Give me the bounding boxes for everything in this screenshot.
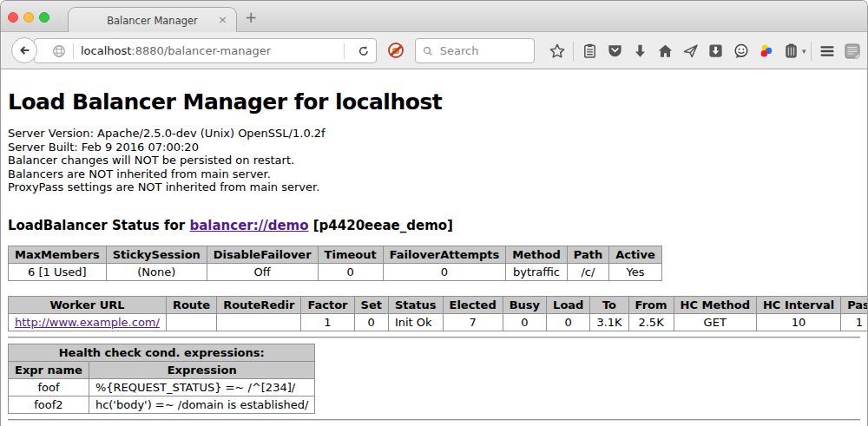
reload-button[interactable] <box>353 41 374 62</box>
table-cell: 3.1K <box>590 313 628 331</box>
navigation-toolbar: localhost:8880/balancer-manager <box>1 32 867 69</box>
toolbar-icons: ▾ <box>544 32 865 69</box>
back-arrow-icon <box>16 43 32 58</box>
column-header: From <box>628 296 674 313</box>
page-title: Load Balancer Manager for localhost <box>8 89 860 115</box>
titlebar: Balancer Manager × + <box>1 1 867 32</box>
column-header: Method <box>506 246 567 263</box>
column-header: MaxMembers <box>9 246 107 263</box>
column-header: Worker URL <box>9 296 167 313</box>
worker-row: http://www.example.com/ 1 0 Init Ok 7 0 … <box>9 313 868 331</box>
extension-notes-button[interactable] <box>842 41 863 62</box>
table-cell: (None) <box>106 263 207 280</box>
tab-balancer-manager[interactable]: Balancer Manager × <box>68 7 237 33</box>
search-icon <box>423 45 433 57</box>
table-cell <box>166 313 216 331</box>
pocket-button[interactable] <box>605 41 626 62</box>
tab-close-icon[interactable]: × <box>218 14 227 26</box>
download-arrow-icon <box>632 43 648 59</box>
loadbalancer-status-heading: LoadBalancer Status for balancer://demo … <box>8 218 860 233</box>
status-prefix: LoadBalancer Status for <box>8 218 189 233</box>
downloads-button[interactable] <box>630 41 651 62</box>
extension-colored-dots-button[interactable] <box>756 41 777 62</box>
home-icon <box>657 43 674 59</box>
health-check-table: Health check cond. expressions: Expr nam… <box>8 344 315 414</box>
overflow-caret-icon[interactable]: ▾ <box>802 47 806 56</box>
column-header: Active <box>609 246 662 263</box>
zoom-window-button[interactable] <box>39 12 49 23</box>
column-header: HC Interval <box>756 296 840 313</box>
box-download-icon <box>707 43 724 59</box>
column-header: StickySession <box>106 246 207 263</box>
table-cell: 1 (0) <box>841 313 868 331</box>
table-row: 6 [1 Used] (None) Off 0 0 bytraffic /c/ … <box>9 263 662 280</box>
column-header: Expression <box>89 361 315 378</box>
table-cell: http://www.example.com/ <box>9 313 167 331</box>
worker-status-table: Worker URL Route RouteRedir Factor Set S… <box>8 296 868 331</box>
column-header: FailoverAttempts <box>383 246 506 263</box>
table-cell: %{REQUEST_STATUS} =~ /^[234]/ <box>89 378 315 396</box>
url-bar[interactable]: localhost:8880/balancer-manager <box>34 38 377 63</box>
reload-icon <box>357 44 371 58</box>
search-bar[interactable] <box>415 38 535 63</box>
column-header: Elected <box>443 296 503 313</box>
page-content: Load Balancer Manager for localhost Serv… <box>1 69 867 426</box>
colored-dots-icon <box>758 43 775 60</box>
table-cell: Yes <box>609 263 662 280</box>
browser-window: Balancer Manager × + localhost:8880/bala… <box>0 0 868 426</box>
menu-button[interactable] <box>817 41 838 62</box>
column-header: DisableFailover <box>207 246 318 263</box>
health-table-title: Health check cond. expressions: <box>9 344 315 361</box>
urlbar-separator <box>73 43 74 59</box>
table-header-row: Health check cond. expressions: <box>9 344 315 361</box>
balancers-notice-line: Balancers are NOT inherited from main se… <box>8 167 860 181</box>
hamburger-icon <box>819 43 836 60</box>
column-header: Expr name <box>9 361 89 378</box>
extension-chat-button[interactable] <box>731 41 752 62</box>
table-cell: GET <box>674 313 756 331</box>
column-header: Passes <box>841 296 868 313</box>
send-tab-button[interactable] <box>681 41 701 62</box>
column-header: Load <box>547 296 590 313</box>
urlbar-separator <box>344 43 345 59</box>
plugin-blocked-icon[interactable] <box>388 43 404 58</box>
server-built-line: Server Built: Feb 9 2016 07:00:20 <box>8 141 860 154</box>
url-text[interactable]: localhost:8880/balancer-manager <box>81 44 337 57</box>
pocket-icon <box>607 43 623 59</box>
minimize-window-button[interactable] <box>23 12 34 23</box>
table-cell: 1 <box>301 313 354 331</box>
table-cell: 10 <box>756 313 840 331</box>
search-input[interactable] <box>438 43 527 58</box>
table-cell: Init Ok <box>388 313 443 331</box>
column-header: Set <box>354 296 388 313</box>
table-cell: 0 <box>354 313 388 331</box>
back-button[interactable] <box>11 37 37 63</box>
server-version-line: Server Version: Apache/2.5.0-dev (Unix) … <box>8 127 860 141</box>
table-cell: Off <box>207 263 318 280</box>
home-button[interactable] <box>655 41 676 62</box>
column-header: HC Method <box>674 296 756 313</box>
close-window-button[interactable] <box>8 12 18 23</box>
bookmark-star-button[interactable] <box>547 41 568 62</box>
column-header: To <box>590 296 628 313</box>
toolbar-separator <box>573 42 574 61</box>
worker-url-link[interactable]: http://www.example.com/ <box>15 316 160 329</box>
paper-plane-icon <box>682 43 699 59</box>
container-icon <box>783 43 799 59</box>
extension-video-download-button[interactable] <box>706 41 727 62</box>
table-row: foof2 hc('body') =~ /domain is establish… <box>9 396 315 413</box>
new-tab-button[interactable]: + <box>245 9 257 26</box>
table-cell: 0 <box>547 313 590 331</box>
table-cell: 0 <box>318 263 383 280</box>
balancer-demo-link[interactable]: balancer://demo <box>189 218 308 233</box>
column-header: Factor <box>301 296 354 313</box>
balancer-settings-table: MaxMembers StickySession DisableFailover… <box>8 246 662 281</box>
toolbar-separator <box>811 42 812 61</box>
column-header: Path <box>567 246 608 263</box>
table-header-row: MaxMembers StickySession DisableFailover… <box>9 246 662 263</box>
extension-container-button[interactable] <box>781 41 802 62</box>
column-header: Status <box>388 296 443 313</box>
table-cell: 0 <box>503 313 546 331</box>
column-header: RouteRedir <box>217 296 301 313</box>
reading-list-button[interactable] <box>580 41 601 62</box>
